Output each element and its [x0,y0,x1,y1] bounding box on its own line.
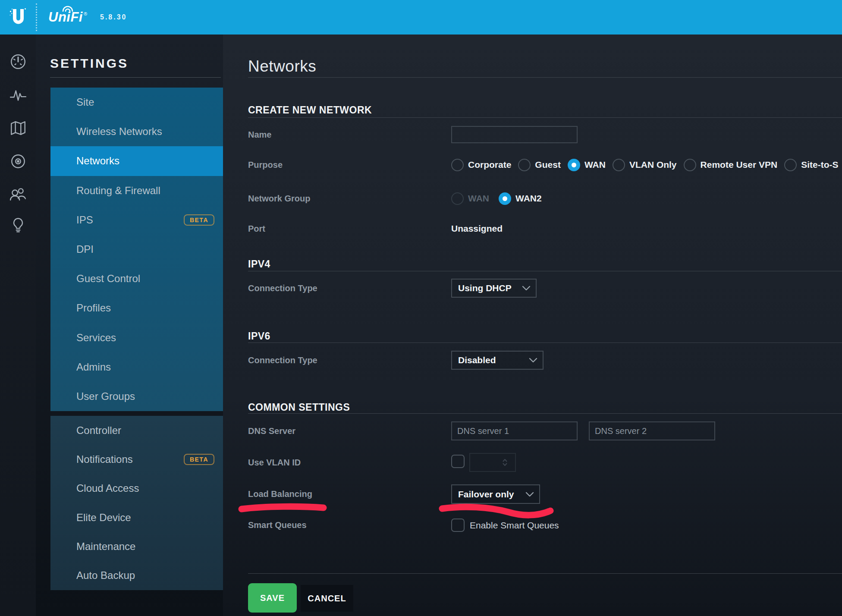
purpose-option-guest[interactable]: Guest [518,159,561,171]
load-balancing-row: Load Balancing Failover only [223,484,842,504]
enable-smart-queues-checkbox[interactable] [451,519,465,532]
section-common-settings: COMMON SETTINGS [248,402,350,413]
settings-menu-group-2: Controller NotificationsBETA Cloud Acces… [50,416,223,590]
dashboard-icon[interactable] [0,52,36,72]
port-value: Unassigned [451,221,503,236]
purpose-label: Purpose [248,157,446,172]
sidebar-item-label: Auto Backup [76,569,135,581]
network-group-label: Network Group [248,191,446,206]
divider [248,117,842,118]
unifi-wordmark: UniFi ® [48,0,87,35]
sidebar-item-networks[interactable]: Networks [50,146,223,176]
dns-server-1-input[interactable] [451,421,578,440]
purpose-row: Purpose Corporate Guest WAN VLAN Only Re… [223,157,842,172]
sidebar-item-site[interactable]: Site [50,88,223,117]
cancel-button[interactable]: CANCEL [301,585,353,612]
smart-queues-label: Smart Queues [248,519,446,532]
statistics-icon[interactable] [0,85,36,105]
sidebar-item-label: Cloud Access [76,482,139,494]
ipv6-connection-select[interactable]: Disabled [451,351,544,370]
use-vlan-id-label: Use VLAN ID [248,453,446,472]
number-spinner-icon [503,459,507,466]
sidebar-item-label: IPS [76,214,93,226]
use-vlan-id-row: Use VLAN ID [223,453,842,472]
use-vlan-id-checkbox[interactable] [451,455,465,468]
sidebar-item-cloud-access[interactable]: Cloud Access [50,474,223,503]
sidebar-item-label: Site [76,96,94,108]
divider [248,77,842,78]
topbar-dotted-separator [36,3,37,31]
purpose-option-corporate[interactable]: Corporate [451,159,511,171]
sidebar-item-label: Maintenance [76,541,135,553]
sidebar-item-label: Routing & Firewall [76,185,160,197]
insights-icon[interactable] [0,215,36,235]
radio-icon [684,159,696,171]
sidebar-item-label: Admins [76,361,111,373]
sidebar-item-controller[interactable]: Controller [50,416,223,445]
purpose-option-vlan-only[interactable]: VLAN Only [613,159,677,171]
sidebar-item-maintenance[interactable]: Maintenance [50,532,223,561]
purpose-option-remote-user-vpn[interactable]: Remote User VPN [684,159,778,171]
sidebar-item-label: Wireless Networks [76,126,162,138]
radio-checked-icon [568,159,580,171]
dns-server-label: DNS Server [248,421,446,440]
purpose-option-site-to-site-vpn[interactable]: Site-to-S [784,159,838,171]
ubiquiti-u-icon [9,7,27,27]
map-icon[interactable] [0,119,36,138]
radio-icon [784,159,797,171]
network-group-radio-group: WAN WAN2 [451,191,542,206]
sidebar-item-label: Guest Control [76,273,140,285]
beta-badge: BETA [184,454,214,465]
ubiquiti-logo[interactable] [0,0,36,35]
divider [248,573,842,574]
dns-server-2-input[interactable] [589,421,715,440]
sidebar-item-notifications[interactable]: NotificationsBETA [50,445,223,474]
enable-smart-queues-text: Enable Smart Queues [470,519,559,532]
ipv4-connection-type-row: Connection Type Using DHCP [223,279,842,298]
sidebar-item-admins[interactable]: Admins [50,352,223,382]
name-row: Name [223,126,842,143]
smart-queues-row: Smart Queues Enable Smart Queues [223,519,842,532]
settings-menu-group-1: Site Wireless Networks Networks Routing … [50,88,223,411]
network-name-input[interactable] [451,126,578,143]
purpose-radio-group: Corporate Guest WAN VLAN Only Remote Use… [451,157,842,172]
ipv4-connection-type-label: Connection Type [248,279,446,298]
port-label: Port [248,221,446,236]
section-create-new-network: CREATE NEW NETWORK [248,104,372,116]
sidebar-item-dpi[interactable]: DPI [50,235,223,264]
chevron-down-icon [529,358,537,363]
sidebar-item-wireless-networks[interactable]: Wireless Networks [50,117,223,146]
sidebar-item-label: User Groups [76,390,135,402]
clients-icon[interactable] [0,184,36,204]
registered-mark: ® [84,11,87,16]
top-bar: UniFi ® 5.8.30 [0,0,842,35]
controller-version: 5.8.30 [100,0,127,35]
purpose-option-wan[interactable]: WAN [568,159,606,171]
save-button[interactable]: SAVE [248,583,297,613]
load-balancing-select[interactable]: Failover only [451,484,540,504]
ipv4-connection-select[interactable]: Using DHCP [451,279,537,298]
sidebar-item-routing-firewall[interactable]: Routing & Firewall [50,176,223,205]
divider [248,343,842,343]
name-label: Name [248,126,446,143]
sidebar-item-label: Notifications [76,453,133,465]
sidebar-item-user-groups[interactable]: User Groups [50,382,223,411]
section-ipv6: IPV6 [248,330,270,342]
ipv6-connection-type-row: Connection Type Disabled [223,351,842,370]
dns-server-row: DNS Server [223,421,842,440]
chevron-down-icon [522,286,531,291]
networks-settings-content: Networks CREATE NEW NETWORK Name Purpose… [223,35,842,616]
load-balancing-label: Load Balancing [248,484,446,504]
network-group-option-wan2[interactable]: WAN2 [499,192,542,205]
network-group-row: Network Group WAN WAN2 [223,191,842,206]
sidebar-item-guest-control[interactable]: Guest Control [50,264,223,293]
wifi-arcs-icon [61,5,74,12]
devices-icon[interactable] [0,151,36,171]
radio-checked-icon [499,192,511,205]
sidebar-item-ips[interactable]: IPSBETA [50,205,223,235]
sidebar-item-services[interactable]: Services [50,323,223,352]
port-row: Port Unassigned [223,221,842,236]
sidebar-item-elite-device[interactable]: Elite Device [50,503,223,532]
sidebar-item-auto-backup[interactable]: Auto Backup [50,561,223,590]
sidebar-item-profiles[interactable]: Profiles [50,293,223,323]
